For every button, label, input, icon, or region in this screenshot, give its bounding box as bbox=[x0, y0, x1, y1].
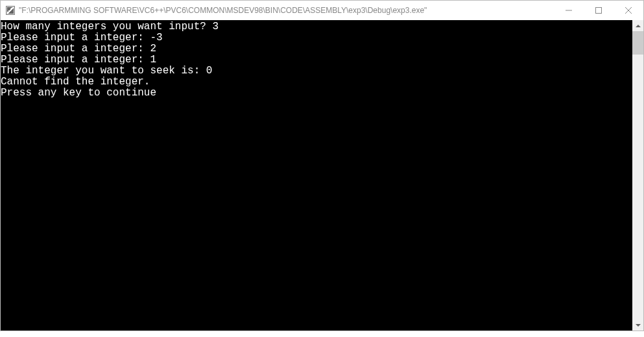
svg-rect-1 bbox=[596, 8, 602, 14]
scroll-track[interactable] bbox=[632, 31, 643, 319]
console-window: "F:\PROGARMMING SOFTWARE\VC6++\PVC6\COMM… bbox=[0, 0, 644, 331]
vertical-scrollbar[interactable] bbox=[632, 20, 643, 331]
window-controls bbox=[554, 1, 643, 20]
svg-marker-4 bbox=[636, 25, 641, 27]
maximize-button[interactable] bbox=[584, 1, 614, 20]
scroll-up-button[interactable] bbox=[632, 20, 643, 31]
console-output[interactable]: How many integers you want input? 3Pleas… bbox=[1, 20, 632, 331]
scroll-down-button[interactable] bbox=[632, 319, 643, 331]
svg-marker-5 bbox=[636, 324, 641, 327]
console-line: Please input a integer: 1 bbox=[1, 55, 632, 66]
console-line: Please input a integer: 2 bbox=[1, 44, 632, 55]
minimize-button[interactable] bbox=[554, 1, 584, 20]
scroll-thumb[interactable] bbox=[632, 31, 643, 55]
console-line: How many integers you want input? 3 bbox=[1, 21, 632, 32]
console-line: The integer you want to seek is: 0 bbox=[1, 66, 632, 77]
titlebar[interactable]: "F:\PROGARMMING SOFTWARE\VC6++\PVC6\COMM… bbox=[1, 1, 643, 20]
window-title: "F:\PROGARMMING SOFTWARE\VC6++\PVC6\COMM… bbox=[19, 6, 554, 15]
console-line: Cannot find the integer. bbox=[1, 77, 632, 88]
console-line: Please input a integer: -3 bbox=[1, 32, 632, 44]
console-area: How many integers you want input? 3Pleas… bbox=[1, 20, 643, 331]
app-icon bbox=[6, 6, 15, 15]
console-line: Press any key to continue bbox=[1, 88, 632, 99]
close-button[interactable] bbox=[614, 1, 643, 20]
